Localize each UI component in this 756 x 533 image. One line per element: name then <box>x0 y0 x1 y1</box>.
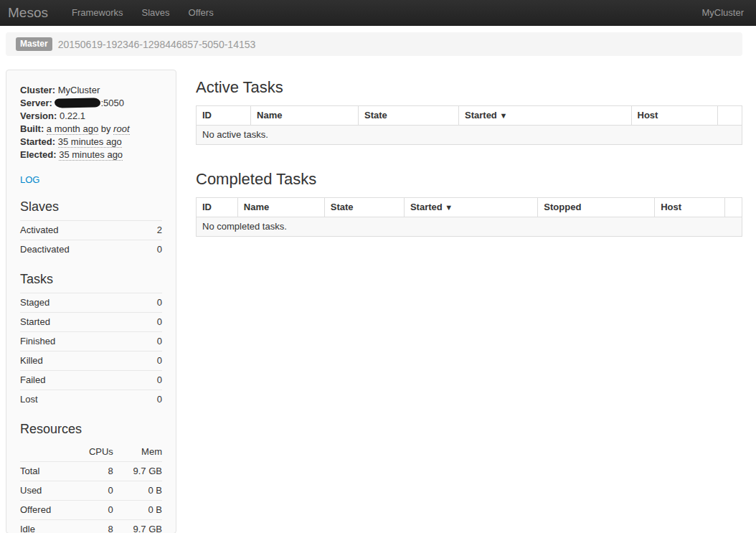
completed-tasks-title: Completed Tasks <box>196 170 742 189</box>
built-info-line: Built: a month ago by root <box>20 123 162 136</box>
started-relative-time: 35 minutes ago <box>58 136 122 148</box>
sort-descending-icon: ▼ <box>445 203 453 212</box>
table-row: Offered 0 0 B <box>20 501 162 520</box>
tasks-killed-label: Killed <box>20 352 144 371</box>
active-col-name[interactable]: Name <box>251 106 359 126</box>
active-tasks-empty-message: No active tasks. <box>197 126 742 145</box>
cluster-value: MyCluster <box>58 85 100 95</box>
slaves-deactivated-label: Deactivated <box>20 240 148 260</box>
log-link[interactable]: LOG <box>20 174 39 187</box>
completed-col-started-label: Started <box>410 202 443 212</box>
table-header-row: ID Name State Started ▼ Stopped Host <box>197 198 742 217</box>
elected-label: Elected: <box>20 149 57 160</box>
cluster-label: Cluster: <box>20 85 55 95</box>
slaves-table: Activated 2 Deactivated 0 <box>20 220 162 259</box>
master-badge: Master <box>16 37 52 51</box>
completed-col-id[interactable]: ID <box>197 198 238 217</box>
built-user: root <box>113 123 129 135</box>
completed-col-state[interactable]: State <box>324 198 404 217</box>
slaves-deactivated-value: 0 <box>148 240 162 260</box>
built-label: Built: <box>20 123 44 134</box>
resources-mem-header: Mem <box>113 443 162 462</box>
version-info-line: Version: 0.22.1 <box>20 110 162 123</box>
resources-idle-cpus: 8 <box>72 520 113 533</box>
table-row: CPUs Mem <box>20 443 162 462</box>
tasks-lost-value: 0 <box>144 390 162 410</box>
tasks-lost-label: Lost <box>20 390 144 410</box>
resources-offered-mem: 0 B <box>113 501 162 520</box>
table-row: Activated 2 <box>20 221 162 240</box>
server-port: :5050 <box>100 98 124 108</box>
table-row: Total 8 9.7 GB <box>20 462 162 481</box>
server-info-line: Server: :5050 <box>20 97 162 110</box>
resources-used-mem: 0 B <box>113 481 162 501</box>
tasks-finished-label: Finished <box>20 332 144 352</box>
slaves-section-title: Slaves <box>20 199 162 214</box>
built-by-text: by <box>101 123 111 134</box>
nav-item-slaves[interactable]: Slaves <box>132 7 179 18</box>
version-value: 0.22.1 <box>60 110 85 121</box>
completed-tasks-empty-message: No completed tasks. <box>197 217 742 237</box>
active-col-actions <box>718 106 742 126</box>
slaves-activated-value: 2 <box>148 221 162 240</box>
resources-corner-cell <box>20 443 72 462</box>
cluster-info-line: Cluster: MyCluster <box>20 84 162 97</box>
tasks-failed-value: 0 <box>144 371 162 390</box>
completed-col-actions <box>725 198 742 217</box>
tasks-failed-label: Failed <box>20 371 144 390</box>
active-tasks-table: ID Name State Started ▼ Host No active t… <box>196 105 742 145</box>
tasks-started-label: Started <box>20 313 144 332</box>
built-relative-time: a month ago <box>47 123 98 135</box>
completed-col-stopped[interactable]: Stopped <box>538 198 655 217</box>
resources-idle-label: Idle <box>20 520 72 533</box>
resources-used-label: Used <box>20 481 72 501</box>
resources-table: CPUs Mem Total 8 9.7 GB Used 0 0 B Offer… <box>20 443 162 533</box>
resources-total-label: Total <box>20 462 72 481</box>
active-col-started-label: Started <box>465 110 497 121</box>
completed-tasks-table: ID Name State Started ▼ Stopped Host No … <box>196 197 742 237</box>
completed-col-name[interactable]: Name <box>237 198 324 217</box>
master-id: 20150619-192346-1298446857-5050-14153 <box>58 39 256 50</box>
slaves-activated-label: Activated <box>20 221 148 240</box>
brand-mesos[interactable]: Mesos <box>0 5 62 21</box>
nav-item-offers[interactable]: Offers <box>179 7 223 18</box>
table-row: No active tasks. <box>197 126 742 145</box>
resources-idle-mem: 9.7 GB <box>113 520 162 533</box>
completed-col-host[interactable]: Host <box>655 198 725 217</box>
navbar-cluster-name: MyCluster <box>701 7 756 18</box>
elected-info-line: Elected: 35 minutes ago <box>20 148 162 161</box>
tasks-section-title: Tasks <box>20 271 162 287</box>
active-col-host[interactable]: Host <box>631 106 718 126</box>
server-label: Server: <box>20 98 52 108</box>
tasks-killed-value: 0 <box>144 352 162 371</box>
elected-relative-time: 35 minutes ago <box>59 149 123 161</box>
started-info-line: Started: 35 minutes ago <box>20 136 162 148</box>
redacted-server-address <box>55 98 100 108</box>
active-col-id[interactable]: ID <box>197 106 251 126</box>
resources-total-mem: 9.7 GB <box>113 462 162 481</box>
resources-cpus-header: CPUs <box>72 443 113 462</box>
table-row: Failed 0 <box>20 371 162 390</box>
table-row: Finished 0 <box>20 332 162 352</box>
table-row: No completed tasks. <box>197 217 742 237</box>
version-label: Version: <box>20 110 57 121</box>
top-navbar: Mesos Frameworks Slaves Offers MyCluster <box>0 0 756 26</box>
resources-total-cpus: 8 <box>72 462 113 481</box>
resources-used-cpus: 0 <box>72 481 113 501</box>
active-col-started[interactable]: Started ▼ <box>459 106 631 126</box>
nav-item-frameworks[interactable]: Frameworks <box>62 7 133 18</box>
completed-col-started[interactable]: Started ▼ <box>404 198 537 217</box>
table-row: Killed 0 <box>20 352 162 371</box>
tasks-staged-value: 0 <box>144 293 162 313</box>
table-row: Staged 0 <box>20 293 162 313</box>
breadcrumb: Master 20150619-192346-1298446857-5050-1… <box>6 32 742 56</box>
tasks-finished-value: 0 <box>144 332 162 352</box>
sort-descending-icon: ▼ <box>499 111 507 120</box>
tasks-staged-label: Staged <box>20 293 144 313</box>
table-row: Idle 8 9.7 GB <box>20 520 162 533</box>
main-content: Active Tasks ID Name State Started ▼ Hos… <box>196 70 742 237</box>
active-col-state[interactable]: State <box>359 106 459 126</box>
table-row: Lost 0 <box>20 390 162 410</box>
resources-section-title: Resources <box>20 421 162 437</box>
table-row: Deactivated 0 <box>20 240 162 260</box>
